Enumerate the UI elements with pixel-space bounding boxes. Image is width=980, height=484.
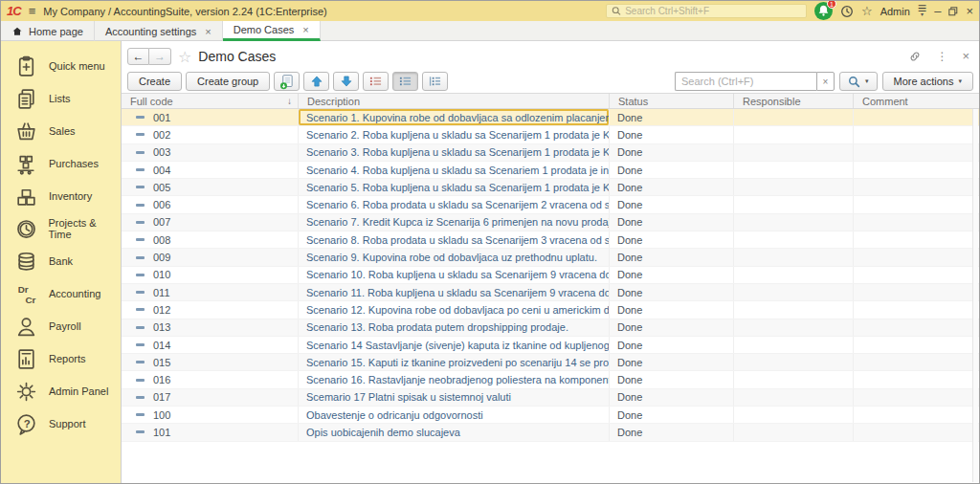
table-row[interactable]: 005 Scenario 5. Roba kupljena u skladu s… [122, 179, 979, 196]
cell-responsible[interactable] [734, 371, 854, 387]
cell-status[interactable]: Done [610, 196, 734, 212]
table-row[interactable]: 004 Scenario 4. Roba kupljena u skladu s… [122, 162, 979, 179]
history-icon[interactable] [840, 5, 854, 18]
cell-comment[interactable] [854, 109, 979, 125]
table-row[interactable]: 002 Scenario 2. Roba kupljena u skladu s… [122, 126, 979, 143]
cell-full-code[interactable]: 010 [122, 267, 299, 283]
cell-responsible[interactable] [734, 284, 854, 300]
cell-comment[interactable] [854, 407, 979, 423]
cell-description[interactable]: Scenario 5. Roba kupljena u skladu sa Sc… [299, 179, 610, 195]
cell-full-code[interactable]: 100 [122, 407, 299, 423]
cell-responsible[interactable] [734, 424, 854, 440]
cell-status[interactable]: Done [610, 144, 734, 161]
cell-comment[interactable] [854, 196, 979, 212]
close-page-icon[interactable]: × [962, 49, 969, 63]
cell-full-code[interactable]: 012 [122, 301, 299, 318]
tab-accounting-settings[interactable]: Accounting settings × [95, 21, 223, 41]
move-down-button[interactable] [333, 72, 359, 91]
service-menu-icon[interactable]: ≡▾ [918, 5, 926, 16]
cell-status[interactable]: Done [610, 109, 734, 125]
sidebar-item-payroll[interactable]: Payroll [1, 310, 121, 342]
cell-description[interactable]: Scenario 3. Roba kupljena u skladu sa Sc… [299, 144, 610, 161]
cell-description[interactable]: Opis uobicajenih demo slucajeva [299, 424, 610, 440]
global-search-input[interactable] [625, 6, 801, 16]
cell-full-code[interactable]: 011 [122, 284, 299, 300]
cell-full-code[interactable]: 005 [122, 179, 299, 195]
cell-responsible[interactable] [734, 144, 854, 161]
cell-description[interactable]: Scenario 13. Roba prodata putem dropship… [299, 319, 610, 336]
cell-full-code[interactable]: 003 [122, 144, 299, 161]
minimize-button[interactable]: – [934, 5, 941, 17]
notifications-button[interactable]: 1 [814, 2, 833, 20]
sidebar-item-bank[interactable]: Bank [1, 245, 121, 277]
cell-status[interactable]: Done [610, 179, 734, 195]
cell-comment[interactable] [854, 249, 979, 265]
cell-description[interactable]: Scenario 2. Roba kupljena u skladu sa Sc… [299, 126, 610, 143]
cell-status[interactable]: Done [610, 267, 734, 283]
table-row[interactable]: 100 Obavestenje o odricanju odgovornosti… [122, 407, 979, 424]
table-row[interactable]: 015 Scenario 15. Kaputi iz tkanine proiz… [122, 354, 979, 371]
column-responsible[interactable]: Responsible [734, 94, 854, 108]
table-row[interactable]: 012 Scenario 12. Kupovina robe od dobavl… [122, 301, 979, 319]
cell-responsible[interactable] [734, 162, 854, 178]
cell-full-code[interactable]: 008 [122, 231, 299, 248]
create-button[interactable]: Create [127, 72, 182, 91]
cell-full-code[interactable]: 014 [122, 337, 299, 353]
favorite-star-icon[interactable]: ☆ [178, 48, 191, 66]
cell-status[interactable]: Done [610, 424, 734, 440]
cell-responsible[interactable] [734, 214, 854, 231]
sidebar-item-admin-panel[interactable]: Admin Panel [1, 375, 121, 407]
sidebar-item-quick-menu[interactable]: Quick menu [1, 50, 121, 82]
table-row[interactable]: 006 Scenario 6. Roba prodata u skladu sa… [122, 196, 979, 213]
view-mode-tree-button[interactable] [422, 72, 448, 91]
cell-status[interactable]: Done [610, 231, 734, 248]
global-search-box[interactable] [606, 4, 807, 18]
cell-full-code[interactable]: 101 [122, 424, 299, 440]
cell-responsible[interactable] [734, 389, 854, 406]
clear-search-icon[interactable]: × [816, 72, 835, 91]
cell-comment[interactable] [854, 267, 979, 283]
cell-comment[interactable] [854, 162, 979, 178]
table-row[interactable]: 008 Scenario 8. Roba prodata u skladu sa… [122, 231, 979, 249]
cell-status[interactable]: Done [610, 319, 734, 336]
cell-description[interactable]: Scenario 4. Roba kupljena u skladu sa Sc… [299, 162, 610, 178]
cell-comment[interactable] [854, 214, 979, 231]
cell-comment[interactable] [854, 319, 979, 336]
cell-comment[interactable] [854, 337, 979, 353]
link-icon[interactable] [908, 50, 922, 63]
cell-status[interactable]: Done [610, 126, 734, 143]
cell-description[interactable]: Scenario 14 Sastavljanje (sivenje) kaput… [299, 337, 610, 353]
column-description[interactable]: Description [299, 94, 610, 108]
sidebar-item-projects-time[interactable]: Projects & Time [1, 212, 121, 245]
cell-status[interactable]: Done [610, 337, 734, 353]
cell-comment[interactable] [854, 354, 979, 370]
cell-status[interactable]: Done [610, 162, 734, 178]
cell-status[interactable]: Done [610, 284, 734, 300]
cell-description[interactable]: Scenario 11. Roba kupljena u skladu sa S… [299, 284, 610, 300]
sidebar-item-purchases[interactable]: Purchases [1, 147, 121, 180]
forward-button[interactable]: → [149, 48, 171, 65]
cell-status[interactable]: Done [610, 214, 734, 231]
cell-description[interactable]: Scemario 17 Platni spisak u sistemnoj va… [299, 389, 610, 406]
table-row[interactable]: 003 Scenario 3. Roba kupljena u skladu s… [122, 144, 979, 162]
cell-description[interactable]: Scenario 9. Kupovina robe od dobavljaca … [299, 249, 610, 265]
back-button[interactable]: ← [127, 48, 149, 65]
cell-status[interactable]: Done [610, 389, 734, 406]
cell-description[interactable]: Scenario 6. Roba prodata u skladu sa Sce… [299, 196, 610, 212]
column-full-code[interactable]: Full code ↓ [122, 94, 299, 108]
cell-full-code[interactable]: 009 [122, 249, 299, 265]
sidebar-item-inventory[interactable]: Inventory [1, 180, 121, 212]
cell-responsible[interactable] [734, 301, 854, 318]
favorites-star-icon[interactable]: ☆ [861, 5, 873, 17]
main-menu-icon[interactable]: ≡ [29, 5, 36, 17]
cell-full-code[interactable]: 002 [122, 126, 299, 143]
cell-description[interactable]: Scenario 8. Roba prodata u skladu sa Sce… [299, 231, 610, 248]
cell-full-code[interactable]: 013 [122, 319, 299, 336]
cell-comment[interactable] [854, 284, 979, 300]
table-row[interactable]: 001 Scenario 1. Kupovina robe od dobavlj… [122, 109, 979, 126]
tab-home-page[interactable]: Home page [1, 21, 95, 41]
create-by-copy-button[interactable] [274, 72, 300, 91]
search-settings-button[interactable]: ▾ [839, 72, 878, 91]
table-row[interactable]: 013 Scenario 13. Roba prodata putem drop… [122, 319, 979, 337]
kebab-menu-icon[interactable]: ⋮ [936, 50, 947, 63]
